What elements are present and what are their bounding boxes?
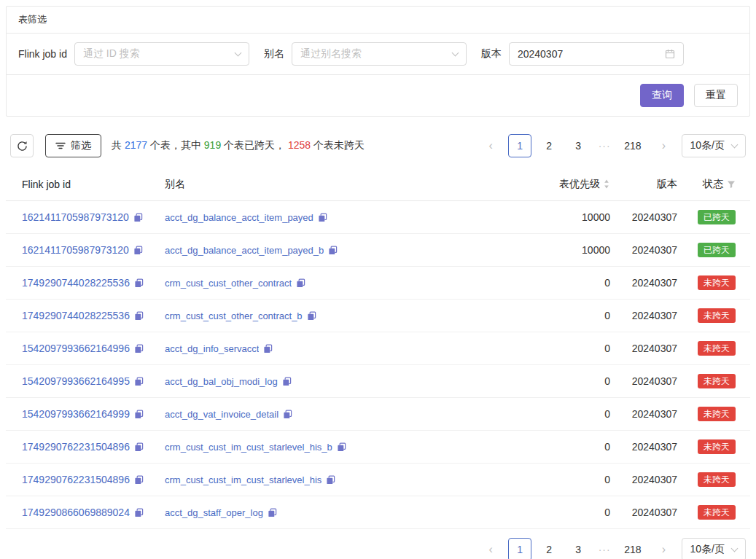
next-page-button[interactable]: › — [652, 538, 676, 559]
version-label: 版本 — [481, 47, 502, 60]
alias-link[interactable]: acct_dg_balance_acct_item_payed — [165, 212, 313, 223]
flink-job-id-link[interactable]: 1542097993662164999 — [22, 408, 130, 420]
page-size-select[interactable]: 10条/页 — [682, 538, 746, 559]
page-button-1[interactable]: 1 — [508, 134, 531, 157]
page-button-3[interactable]: 3 — [566, 538, 590, 559]
page-ellipsis[interactable]: ··· — [596, 140, 613, 152]
copy-icon[interactable] — [134, 344, 144, 353]
copy-icon[interactable] — [263, 344, 273, 353]
flink-job-id-link[interactable]: 1749290762231504896 — [22, 474, 130, 485]
column-header-status[interactable]: 状态 — [677, 178, 736, 191]
status-badge: 已跨天 — [698, 210, 736, 224]
copy-icon[interactable] — [134, 377, 144, 386]
flink-job-id-link[interactable]: 1621411705987973120 — [22, 244, 129, 256]
page-button-3[interactable]: 3 — [566, 134, 590, 157]
copy-icon[interactable] — [133, 246, 143, 255]
flink-job-id-link[interactable]: 1749290744028225536 — [22, 310, 130, 321]
sort-icon[interactable] — [603, 179, 610, 189]
copy-icon[interactable] — [134, 442, 144, 452]
copy-icon[interactable] — [133, 213, 143, 222]
summary-total-count: 2177 — [125, 139, 147, 151]
version-date-input[interactable]: 20240307 — [509, 42, 684, 66]
priority-value: 0 — [523, 375, 610, 387]
copy-icon[interactable] — [307, 311, 316, 321]
column-header-flink-job-id[interactable]: Flink job id — [22, 179, 165, 190]
status-badge: 未跨天 — [698, 275, 736, 290]
status-badge: 未跨天 — [698, 472, 736, 487]
copy-icon[interactable] — [296, 278, 305, 288]
copy-icon[interactable] — [134, 311, 144, 321]
alias-link[interactable]: acct_dg_vat_invoice_detail — [165, 409, 278, 420]
page-size-select[interactable]: 10条/页 — [682, 134, 746, 157]
filter-funnel-icon[interactable] — [727, 180, 736, 189]
copy-icon[interactable] — [318, 213, 327, 222]
flink-job-id-link[interactable]: 1749290744028225536 — [22, 277, 130, 289]
flink-job-id-link[interactable]: 1621411705987973120 — [22, 211, 129, 223]
alias-label: 别名 — [264, 47, 284, 60]
page-button-1[interactable]: 1 — [508, 538, 531, 559]
alias-select[interactable]: 通过别名搜索 — [292, 42, 467, 66]
copy-icon[interactable] — [337, 442, 346, 452]
filter-panel-title: 表筛选 — [18, 14, 47, 25]
alias-link[interactable]: acct_dg_staff_oper_log — [165, 507, 263, 518]
page-button-2[interactable]: 2 — [537, 134, 561, 157]
copy-icon[interactable] — [282, 377, 292, 386]
summary-uncrossed-count: 1258 — [288, 139, 311, 151]
flink-job-id-link[interactable]: 1749290762231504896 — [22, 441, 130, 453]
priority-value: 0 — [523, 343, 610, 354]
table-row[interactable]: 1621411705987973120 acct_dg_balance_acct… — [6, 201, 750, 234]
alias-link[interactable]: crm_cust_cust_im_cust_starlevel_his_b — [165, 442, 332, 453]
flink-job-id-link[interactable]: 1542097993662164995 — [22, 375, 130, 387]
flink-job-id-link[interactable]: 1749290866069889024 — [22, 507, 130, 518]
table-row[interactable]: 1749290866069889024 acct_dg_staff_oper_l… — [6, 496, 750, 529]
page-ellipsis[interactable]: ··· — [596, 544, 613, 555]
table-summary: 共 2177 个表，其中 919 个表已跨天， 1258 个表未跨天 — [112, 139, 365, 152]
table-row[interactable]: 1542097993662164995 acct_dg_bal_obj_modi… — [6, 365, 750, 398]
copy-icon[interactable] — [326, 475, 335, 485]
flink-job-id-link[interactable]: 1542097993662164996 — [22, 343, 130, 354]
table-row[interactable]: 1542097993662164996 acct_dg_info_servacc… — [6, 332, 750, 365]
copy-icon[interactable] — [268, 508, 277, 517]
calendar-icon — [665, 49, 675, 59]
refresh-button[interactable] — [10, 134, 34, 157]
alias-link[interactable]: crm_cust_cust_other_contract — [165, 278, 292, 289]
copy-icon[interactable] — [134, 508, 144, 517]
filter-toggle-button[interactable]: 筛选 — [45, 134, 101, 157]
search-button[interactable]: 查询 — [640, 84, 684, 107]
copy-icon[interactable] — [134, 410, 144, 419]
column-header-priority[interactable]: 表优先级 — [523, 178, 610, 191]
alias-link[interactable]: acct_dg_bal_obj_modi_log — [165, 376, 278, 387]
table-row[interactable]: 1749290744028225536 crm_cust_cust_other_… — [6, 267, 750, 300]
alias-link[interactable]: crm_cust_cust_other_contract_b — [165, 310, 303, 321]
next-page-button[interactable]: › — [652, 134, 676, 157]
prev-page-button[interactable]: ‹ — [479, 134, 502, 157]
page-button-last[interactable]: 218 — [619, 134, 646, 157]
table-row[interactable]: 1749290744028225536 crm_cust_cust_other_… — [6, 300, 750, 332]
table-row[interactable]: 1749290762231504896 crm_cust_cust_im_cus… — [6, 464, 750, 496]
table-row[interactable]: 1749290762231504896 crm_cust_cust_im_cus… — [6, 431, 750, 464]
alias-link[interactable]: acct_dg_balance_acct_item_payed_b — [165, 245, 324, 256]
copy-icon[interactable] — [134, 278, 144, 288]
table-row[interactable]: 1621411705987973120 acct_dg_balance_acct… — [6, 234, 750, 267]
priority-value: 0 — [523, 310, 610, 321]
priority-value: 10000 — [523, 211, 610, 223]
toolbar: 筛选 共 2177 个表，其中 919 个表已跨天， 1258 个表未跨天 ‹ … — [10, 134, 746, 157]
version-value: 20240307 — [610, 277, 677, 289]
page-button-2[interactable]: 2 — [537, 538, 561, 559]
copy-icon[interactable] — [283, 410, 292, 419]
column-header-alias[interactable]: 别名 — [165, 178, 523, 191]
pagination-bottom-wrapper: ‹ 1 2 3 ··· 218 › 10条/页 — [6, 538, 746, 559]
copy-icon[interactable] — [134, 475, 144, 485]
priority-value: 0 — [523, 408, 610, 420]
table-row[interactable]: 1542097993662164999 acct_dg_vat_invoice_… — [6, 398, 750, 431]
alias-link[interactable]: crm_cust_cust_im_cust_starlevel_his — [165, 474, 322, 485]
reset-button[interactable]: 重置 — [694, 84, 738, 107]
alias-link[interactable]: acct_dg_info_servacct — [165, 343, 259, 354]
copy-icon[interactable] — [328, 246, 338, 255]
column-header-version: 版本 — [610, 178, 677, 191]
flink-job-id-select[interactable]: 通过 ID 搜索 — [74, 42, 249, 66]
filter-lines-icon — [55, 141, 66, 151]
page-button-last[interactable]: 218 — [619, 538, 646, 559]
prev-page-button[interactable]: ‹ — [479, 538, 502, 559]
priority-value: 10000 — [523, 244, 610, 256]
